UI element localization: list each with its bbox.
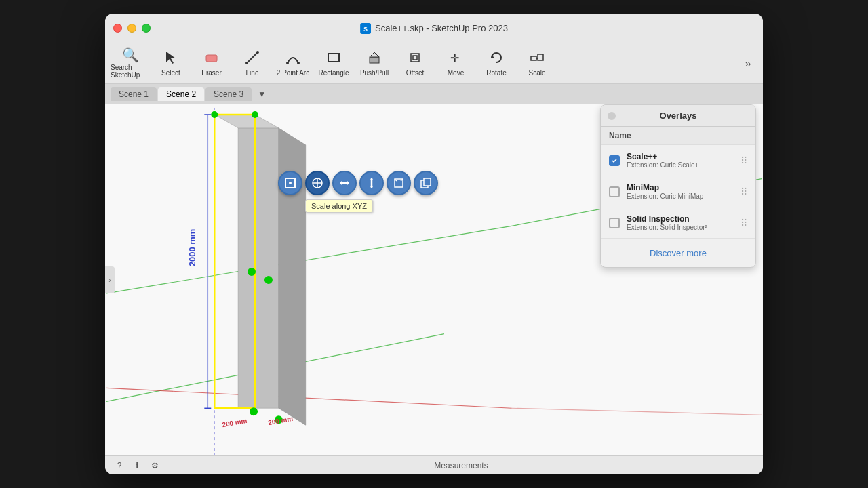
svg-point-32 (248, 268, 256, 276)
svg-text:✛: ✛ (450, 52, 459, 64)
discover-more-section: Discover more (601, 239, 755, 267)
svg-rect-16 (531, 56, 536, 60)
line-icon (245, 50, 260, 67)
overlay-checkbox-scalepp[interactable] (609, 155, 620, 166)
overlay-checkbox-solid-inspection[interactable] (609, 218, 620, 228)
scale-x-button[interactable] (332, 171, 357, 195)
tab-scene1[interactable]: Scene 1 (111, 87, 157, 101)
help-icon[interactable]: ? (113, 460, 125, 472)
svg-point-30 (211, 111, 218, 118)
svg-text:2000 mm: 2000 mm (187, 229, 197, 266)
svg-marker-55 (347, 181, 349, 185)
tool-scale[interactable]: Scale (517, 46, 557, 81)
overlays-panel: Overlays Name Scale++ Extension: Curic S… (600, 104, 756, 268)
svg-point-8 (297, 62, 300, 64)
svg-marker-59 (370, 186, 374, 188)
overlay-info-scalepp: Scale++ Extension: Curic Scale++ (627, 152, 734, 169)
minimize-button[interactable] (127, 24, 136, 33)
eraser-icon (204, 50, 219, 67)
tool-select[interactable]: Select (151, 46, 191, 81)
overlay-item-solid-inspection: Solid Inspection Extension: Solid Inspec… (601, 207, 755, 239)
svg-line-4 (247, 52, 258, 63)
svg-rect-13 (413, 56, 417, 60)
tab-dropdown-button[interactable]: ▼ (254, 87, 269, 102)
close-button[interactable] (113, 24, 122, 33)
select-icon (163, 50, 178, 67)
svg-rect-9 (328, 54, 339, 62)
main-window: S Scale++.skp - SketchUp Pro 2023 🔍 Sear… (105, 14, 763, 474)
scale-xyz-tooltip: Scale along XYZ (305, 199, 373, 213)
bottom-bar: ? ℹ ⚙ Measurements (105, 455, 763, 474)
scale-xyz-button[interactable] (305, 171, 330, 195)
tool-eraser[interactable]: Eraser (192, 46, 231, 81)
main-toolbar: 🔍 Search SketchUp Select Eraser Line (105, 43, 763, 84)
overlays-column-header: Name (601, 127, 755, 145)
overlay-drag-scalepp[interactable]: ⠿ (741, 155, 747, 166)
overlay-item-minimap: MiniMap Extension: Curic MiniMap ⠿ (601, 176, 755, 207)
svg-rect-64 (424, 178, 431, 186)
svg-rect-3 (206, 55, 217, 62)
overlay-info-solid-inspection: Solid Inspection Extension: Solid Inspec… (627, 214, 734, 231)
svg-rect-12 (411, 54, 419, 62)
tool-pushpull[interactable]: Push/Pull (355, 46, 394, 81)
svg-rect-10 (370, 57, 379, 63)
svg-rect-17 (538, 54, 543, 60)
discover-more-link[interactable]: Discover more (650, 248, 707, 258)
scale-copy-button[interactable] (414, 171, 438, 195)
toolbar-expand-button[interactable]: » (738, 54, 757, 73)
overlay-info-minimap: MiniMap Extension: Curic MiniMap (627, 183, 734, 200)
window-title: S Scale++.skp - SketchUp Pro 2023 (360, 23, 508, 34)
svg-point-5 (245, 62, 248, 64)
svg-point-6 (256, 51, 259, 54)
overlay-item-scalepp: Scale++ Extension: Curic Scale++ ⠿ (601, 145, 755, 176)
tab-scene2[interactable]: Scene 2 (158, 87, 204, 101)
scale-icon (530, 50, 545, 67)
offset-icon (408, 50, 422, 67)
sketchup-icon: S (360, 23, 371, 34)
measurements-label: Measurements (167, 461, 755, 470)
svg-point-7 (286, 62, 289, 64)
svg-marker-11 (370, 52, 379, 57)
settings-icon[interactable]: ⚙ (149, 460, 161, 472)
overlay-checkbox-minimap[interactable] (609, 186, 620, 197)
traffic-lights (113, 24, 151, 33)
tool-move[interactable]: ✛ Move (436, 46, 475, 81)
svg-marker-56 (340, 181, 342, 185)
maximize-button[interactable] (142, 24, 151, 33)
overlays-title: Overlays (660, 110, 697, 121)
overlay-drag-minimap[interactable]: ⠿ (741, 186, 747, 197)
svg-point-33 (264, 276, 273, 284)
tab-bar: Scene 1 Scene 2 Scene 3 ▼ (105, 84, 763, 104)
svg-point-34 (250, 407, 258, 415)
rotate-icon (489, 50, 504, 67)
arc-icon (285, 50, 300, 67)
svg-point-31 (252, 111, 258, 118)
search-icon: 🔍 (122, 48, 139, 62)
sidebar-collapse-handle[interactable]: › (105, 266, 115, 293)
tool-offset[interactable]: Offset (395, 46, 435, 81)
svg-point-50 (289, 182, 292, 184)
svg-text:S: S (363, 26, 368, 33)
overlay-drag-solid-inspection[interactable]: ⠿ (741, 218, 747, 228)
move-icon: ✛ (448, 50, 463, 67)
svg-marker-2 (166, 52, 176, 64)
tool-arc[interactable]: 2 Point Arc (273, 46, 313, 81)
tool-line[interactable]: Line (233, 46, 272, 81)
scale-toolbar (278, 171, 438, 195)
svg-marker-26 (238, 128, 279, 408)
titlebar: S Scale++.skp - SketchUp Pro 2023 (105, 14, 763, 43)
scale-z-button[interactable] (387, 171, 411, 195)
tool-rectangle[interactable]: Rectangle (314, 46, 353, 81)
pushpull-icon (367, 50, 382, 67)
overlays-close-button[interactable] (608, 112, 616, 120)
bottom-icons: ? ℹ ⚙ (113, 460, 161, 472)
tool-rotate[interactable]: Rotate (477, 46, 516, 81)
svg-marker-58 (370, 178, 374, 180)
tab-scene3[interactable]: Scene 3 (205, 87, 252, 101)
scale-y-button[interactable] (359, 171, 384, 195)
canvas-area[interactable]: 2000 mm 200 mm 200 mm (105, 104, 763, 455)
info-icon[interactable]: ℹ (131, 460, 143, 472)
tool-search[interactable]: 🔍 Search SketchUp (111, 46, 150, 81)
overlays-header: Overlays (601, 105, 755, 127)
scale-uniform-button[interactable] (278, 171, 302, 195)
